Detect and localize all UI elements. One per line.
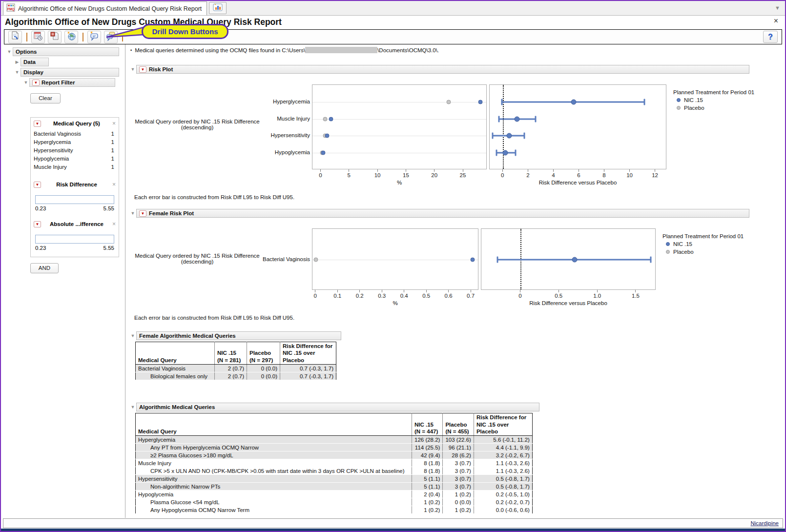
risk-difference-point[interactable] <box>507 133 512 139</box>
tick-label: 0 <box>518 293 521 299</box>
risk-difference-point[interactable] <box>514 116 519 122</box>
data-point-placebo[interactable] <box>313 258 318 262</box>
sidebar-node-display[interactable]: Display <box>21 68 119 77</box>
value-cell: 3 (0.7) <box>443 483 474 491</box>
table-row[interactable]: Muscle Injury8 (1.8)3 (0.7)1.1 (-0.3, 2.… <box>136 459 533 467</box>
table-row[interactable]: ≥2 Plasma Glucoses >180 mg/dL42 (9.4)28 … <box>136 451 533 459</box>
export-report-button[interactable] <box>8 31 22 43</box>
category-labels: HyperglycemiaMuscle InjuryHypersensitivi… <box>261 84 312 169</box>
data-point-placebo[interactable] <box>447 100 451 104</box>
tab-chart[interactable] <box>209 2 227 14</box>
value-cell: 0.0 (-0.6, 0.6) <box>474 506 532 514</box>
tick-label: 0.5 <box>555 293 562 299</box>
absolute-difference-range-slider[interactable] <box>35 235 114 244</box>
options-disclosure-icon[interactable]: ▼ <box>6 49 13 54</box>
legend-marker-icon <box>666 242 670 246</box>
risk-plot-header-bar[interactable]: ▼ Risk Plot <box>136 65 749 74</box>
tab-list-chevron-icon[interactable]: ▼ <box>775 5 780 11</box>
red-triangle-menu-icon[interactable]: ▼ <box>139 210 146 217</box>
red-triangle-menu-icon[interactable]: ▼ <box>34 221 41 227</box>
red-triangle-menu-icon[interactable]: ▼ <box>34 121 41 127</box>
value-cell: 0.5 (-0.8, 1.7) <box>474 483 532 491</box>
tick-label: 1.5 <box>632 293 640 299</box>
table-row[interactable]: Hypoglycemia2 (0.4)1 (0.2)0.2 (-0.5, 1.0… <box>136 491 533 498</box>
and-button[interactable]: AND <box>30 263 59 273</box>
legend-item[interactable]: NIC .15 <box>673 97 754 103</box>
red-triangle-menu-icon[interactable]: ▼ <box>34 182 41 188</box>
medical-query-list-item[interactable]: Bacterial Vaginosis1 <box>31 129 119 138</box>
medical-query-list-item[interactable]: Hypersensitivity1 <box>31 146 119 154</box>
risk-difference-point[interactable] <box>571 99 577 104</box>
table-row[interactable]: Any Hypoglycemia OCMQ Narrow Term1 (0.2)… <box>136 506 533 514</box>
female-risk-plot-disclosure-icon[interactable]: ▼ <box>129 211 136 216</box>
table-row[interactable]: Bacterial Vaginosis2 (0.7)0 (0.0)0.7 (-0… <box>136 365 336 372</box>
close-icon[interactable]: × <box>774 17 778 25</box>
copy-image-button[interactable] <box>48 31 62 43</box>
table-row[interactable]: CPK >5 x ULN AND NO (CPK-MB/CPK >0.05 wi… <box>136 467 533 475</box>
female-table-disclosure-icon[interactable]: ▼ <box>129 333 136 338</box>
legend-title: Planned Treatment for Period 01 <box>662 233 744 239</box>
tick-label: 0 <box>314 293 317 299</box>
clear-button[interactable]: Clear <box>30 93 61 103</box>
table-row[interactable]: Any PT from Hyperglycemia OCMQ Narrow114… <box>136 444 533 451</box>
legend-item[interactable]: Placebo <box>662 249 744 255</box>
table-row[interactable]: Hypersensitivity5 (1.1)3 (0.7)0.5 (-0.8,… <box>136 475 533 483</box>
algorithmic-table-disclosure-icon[interactable]: ▼ <box>129 405 136 409</box>
red-triangle-menu-icon[interactable]: ▼ <box>32 80 40 86</box>
medical-query-cell: Bacterial Vaginosis <box>136 365 215 372</box>
data-point-nic15[interactable] <box>470 258 475 262</box>
risk-difference-point[interactable] <box>572 257 578 263</box>
legend-item[interactable]: Placebo <box>673 105 754 111</box>
display-disclosure-icon[interactable]: ▼ <box>14 70 21 75</box>
risk-difference-range-slider[interactable] <box>35 195 114 204</box>
risk-plot-disclosure-icon[interactable]: ▼ <box>129 67 136 72</box>
comment-new-button[interactable] <box>87 31 101 43</box>
tab-report[interactable]: FMQ Algorithmic Office of New Drugs Cust… <box>3 1 207 15</box>
algorithmic-table-header-bar[interactable]: Algorithmic Medical Queries <box>136 403 539 411</box>
risk-difference-point[interactable] <box>503 150 508 156</box>
sidebar-node-options[interactable]: Options <box>13 47 119 56</box>
legend-item[interactable]: NIC .15 <box>662 241 744 247</box>
medical-query-list-item[interactable]: Hypoglycemia1 <box>31 154 119 163</box>
tick-label: 20 <box>431 172 437 178</box>
female-table-header-bar[interactable]: Female Algorithmic Medical Queries <box>136 331 341 340</box>
value-cell: 4.4 (-1.1, 9.9) <box>474 444 532 451</box>
help-button[interactable]: ? <box>763 31 778 43</box>
data-table-button[interactable] <box>31 31 45 43</box>
column-header: Risk Difference forNIC .15 over Placebo <box>474 413 532 436</box>
remove-filter-icon[interactable]: × <box>112 221 116 227</box>
error-bar-cap <box>650 257 651 263</box>
medical-query-cell: ≥2 Plasma Glucoses >180 mg/dL <box>136 451 412 459</box>
error-bar-cap <box>492 133 494 139</box>
table-row[interactable]: Plasma Glucose <54 mg/dL1 (0.2)0 (0.0)0.… <box>136 498 533 506</box>
filter-box: ▼ Medical Query (5) × Bacterial Vaginosi… <box>30 117 119 257</box>
error-bar-cap <box>515 150 517 156</box>
drug-link[interactable]: Nicardipine <box>750 520 779 526</box>
remove-filter-icon[interactable]: × <box>112 120 116 127</box>
remove-filter-icon[interactable]: × <box>112 181 116 188</box>
table-row[interactable]: Hyperglycemia126 (28.2)103 (22.6)5.6 (-0… <box>136 436 533 444</box>
table-row[interactable]: Biological females only2 (0.7)0 (0.0)0.7… <box>136 372 336 380</box>
data-point-placebo[interactable] <box>323 117 327 121</box>
content: ▼ Options ▶ Data ▼ Display ▼ ▼ <box>2 44 784 518</box>
data-disclosure-icon[interactable]: ▶ <box>14 60 21 64</box>
medical-query-cell: Hypoglycemia <box>136 491 412 498</box>
red-triangle-menu-icon[interactable]: ▼ <box>139 66 146 73</box>
data-point-nic15[interactable] <box>478 100 483 104</box>
publish-web-button[interactable] <box>64 31 78 43</box>
table-row[interactable]: Non-algorithmic Narrow PTs5 (1.1)3 (0.7)… <box>136 483 533 491</box>
report-filter-disclosure-icon[interactable]: ▼ <box>22 80 29 85</box>
tab-report-label: Algorithmic Office of New Drugs Custom M… <box>18 5 202 12</box>
data-point-nic15[interactable] <box>321 151 326 155</box>
x-axis-title: % <box>312 180 487 187</box>
sidebar-node-report-filter[interactable]: ▼ Report Filter <box>29 78 115 87</box>
value-cell: 0 (0.0) <box>247 365 280 372</box>
medical-query-list-item[interactable]: Hyperglycemia1 <box>31 138 119 146</box>
data-point-nic15[interactable] <box>329 117 333 121</box>
bullet-icon: • <box>130 48 132 53</box>
sidebar-node-data[interactable]: Data <box>21 58 49 66</box>
data-point-nic15[interactable] <box>325 134 330 138</box>
female-risk-plot-section-header: ▼ ▼ Female Risk Plot <box>129 209 784 218</box>
medical-query-list-item[interactable]: Muscle Injury1 <box>31 163 119 171</box>
female-risk-plot-header-bar[interactable]: ▼ Female Risk Plot <box>136 209 749 218</box>
